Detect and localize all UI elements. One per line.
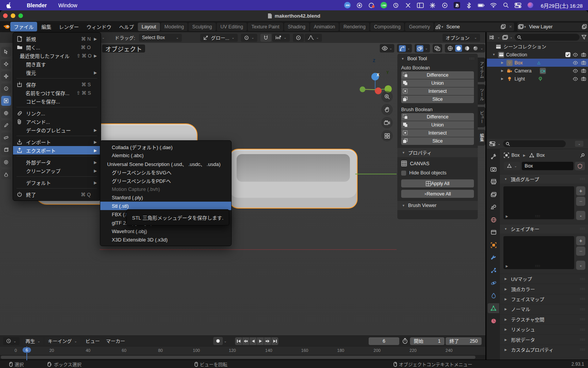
- show-hide-dropdown[interactable]: ⌄: [380, 44, 394, 53]
- unlink-scene-icon[interactable]: ×: [507, 24, 514, 30]
- object-row-light[interactable]: ▶ Light: [487, 75, 588, 83]
- bluetooth-icon[interactable]: [466, 2, 472, 8]
- tool-select-icon[interactable]: [1, 47, 11, 57]
- render-visibility-icon[interactable]: [580, 68, 586, 74]
- tab-geometry[interactable]: Geometry: [405, 23, 434, 31]
- collapse-icon[interactable]: ▼: [492, 53, 496, 56]
- hide-eye-icon[interactable]: [572, 52, 578, 58]
- menu-item-save-as[interactable]: 名前をつけて保存...⇧ ⌘ S: [13, 89, 101, 97]
- expand-icon[interactable]: ▶: [500, 61, 505, 64]
- menubar-clock[interactable]: 6月29日(土) 16:28: [541, 2, 583, 9]
- tool-cursor-icon[interactable]: [1, 59, 11, 69]
- select-mode-dropdown[interactable]: Select Box ⌄: [139, 34, 182, 42]
- timeline-scrollbar[interactable]: [0, 355, 485, 360]
- mesh-object-box[interactable]: [229, 149, 358, 209]
- export-item-stl[interactable]: Stl (.stl): [100, 202, 231, 210]
- stopwatch-icon[interactable]: [402, 338, 408, 344]
- tab-uv-editing[interactable]: UV Editing: [217, 23, 247, 31]
- auto-difference-button[interactable]: Difference: [401, 71, 474, 79]
- tab-collection-icon[interactable]: [488, 227, 499, 237]
- menu-item-link[interactable]: リンク...: [13, 109, 101, 117]
- tab-constraints-icon[interactable]: [488, 291, 499, 301]
- object-row-box[interactable]: ▶ ▽ Box △: [487, 59, 588, 67]
- list-expand-icon[interactable]: ▶: [506, 215, 508, 218]
- tab-shading[interactable]: Shading: [284, 23, 309, 31]
- menu-item-export[interactable]: エクスポート▶: [13, 146, 101, 154]
- collection-checkbox[interactable]: [565, 52, 570, 57]
- tab-view[interactable]: ビュー: [478, 107, 485, 127]
- xray-toggle[interactable]: [433, 44, 442, 53]
- tab-edit[interactable]: 編集: [478, 130, 485, 146]
- marker-menu[interactable]: マーカー: [106, 337, 125, 345]
- view-layer-selector[interactable]: ▾ View Layer ×: [517, 23, 588, 31]
- line-app-icon[interactable]: LINE: [381, 2, 387, 8]
- auto-keying-toggle[interactable]: [213, 337, 223, 345]
- x-app-icon[interactable]: [405, 2, 412, 8]
- sidebar-app-icon[interactable]: [417, 2, 424, 8]
- export-item-gpencil-svg[interactable]: グリースペンシルをSVGへ: [100, 168, 231, 176]
- asterisk-app-icon[interactable]: [429, 2, 436, 8]
- blender-logo-icon[interactable]: [3, 24, 10, 30]
- bool-tool-header[interactable]: ▼ Bool Tool ∷∷: [397, 54, 478, 64]
- menu-item-data-preview[interactable]: データのプレビュー▶: [13, 126, 101, 134]
- gizmos-toggle[interactable]: ⌄: [397, 44, 412, 53]
- record-icon[interactable]: [356, 2, 363, 8]
- breadcrumb-object[interactable]: Box: [511, 153, 520, 158]
- auto-intersect-button[interactable]: Intersect: [401, 87, 474, 95]
- menu-item-quit[interactable]: 終了⌘ Q: [13, 190, 101, 199]
- tab-material-icon[interactable]: [488, 316, 499, 326]
- scene-collection-row[interactable]: シーンコレクション: [487, 43, 588, 51]
- menu-item-defaults[interactable]: デフォルト▶: [13, 178, 101, 187]
- play-reverse-button[interactable]: [250, 337, 256, 345]
- panel-vertex-colors[interactable]: ▶頂点カラー∷∷: [500, 284, 588, 294]
- menu-item-external-data[interactable]: 外部データ▶: [13, 158, 101, 166]
- shading-rendered-icon[interactable]: [472, 45, 479, 52]
- tab-rendering[interactable]: Rendering: [340, 23, 369, 31]
- falloff-dropdown[interactable]: ⌄: [305, 34, 322, 42]
- panel-uv-maps[interactable]: ▶UVマップ∷∷: [500, 274, 588, 284]
- menu-item-save-copy[interactable]: コピーを保存...: [13, 97, 101, 105]
- tool-annotate-icon[interactable]: [1, 120, 11, 130]
- new-scene-icon[interactable]: [500, 24, 507, 30]
- render-visibility-icon[interactable]: [580, 52, 586, 58]
- tab-output-icon[interactable]: [488, 177, 499, 187]
- export-item-wavefront[interactable]: Wavefront (.obj): [100, 227, 231, 235]
- panel-face-maps[interactable]: ▶フェイスマップ∷∷: [500, 294, 588, 304]
- export-item-gpencil-pdf[interactable]: グリースペンシルをPDFへ: [100, 176, 231, 185]
- tab-render-icon[interactable]: [488, 164, 499, 174]
- tool-move-icon[interactable]: [1, 71, 11, 81]
- overlays-toggle[interactable]: ⌄: [415, 44, 430, 53]
- keying-menu[interactable]: キーイング⌄: [45, 337, 80, 345]
- object-row-camera[interactable]: ▶ Camera: [487, 67, 588, 75]
- jump-to-start-button[interactable]: [235, 337, 242, 345]
- brush-union-button[interactable]: Union: [401, 121, 474, 129]
- tool-rotate-icon[interactable]: [1, 84, 11, 94]
- remove-all-button[interactable]: × Remove All: [401, 190, 474, 198]
- mesh-datablock-dropdown[interactable]: ⌄: [504, 162, 520, 170]
- playback-menu[interactable]: 再生⌄: [23, 337, 44, 345]
- outliner-type-icon[interactable]: [489, 35, 495, 40]
- tab-texture-paint[interactable]: Texture Paint: [248, 23, 283, 31]
- list-expand-icon[interactable]: ▶: [506, 264, 508, 268]
- auto-union-button[interactable]: Union: [401, 79, 474, 87]
- control-center-icon[interactable]: [514, 2, 521, 8]
- orientation-dropdown[interactable]: グロー... ⌄: [200, 34, 237, 42]
- properties-subpanel-header[interactable]: ▼プロパティ: [397, 148, 478, 157]
- siri-icon[interactable]: [527, 2, 534, 8]
- collection-row[interactable]: ▼ Collection: [487, 51, 588, 59]
- fake-user-shield-button[interactable]: [575, 162, 585, 170]
- remove-vertex-group-button[interactable]: −: [576, 197, 585, 206]
- outliner-search-input[interactable]: [514, 34, 580, 41]
- menu-item-save[interactable]: 保存⌘ S: [13, 80, 101, 89]
- zoom-app-icon[interactable]: zm: [344, 2, 351, 8]
- tool-dropdown-chevron[interactable]: ⌄: [102, 36, 105, 39]
- play-button[interactable]: [257, 337, 264, 345]
- tab-object-icon[interactable]: [488, 240, 499, 250]
- panel-geometry-data[interactable]: ▶形状データ∷∷: [500, 334, 588, 344]
- shape-keys-list[interactable]: ▶ ∷∷: [503, 236, 574, 269]
- apply-all-button[interactable]: Apply All: [401, 179, 474, 187]
- tab-tool-icon[interactable]: [488, 151, 499, 161]
- menu-render[interactable]: レンダー: [56, 22, 82, 31]
- properties-type-icon[interactable]: [489, 141, 495, 146]
- japanese-input-icon[interactable]: あ: [454, 2, 460, 8]
